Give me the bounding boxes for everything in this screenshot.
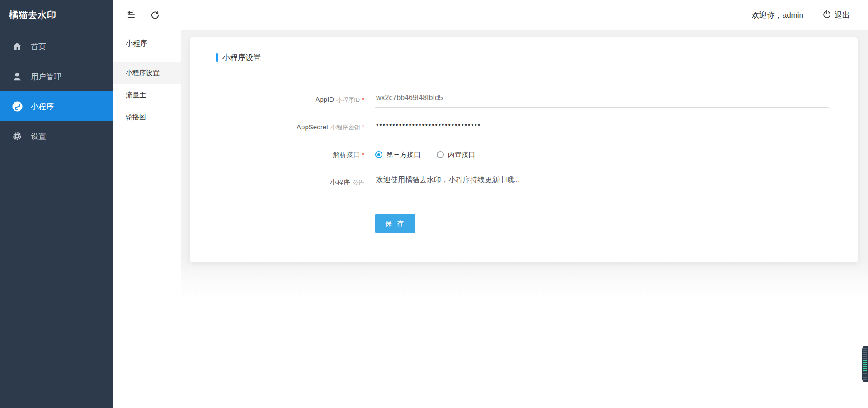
logout-button[interactable]: 退出 [822,9,850,21]
submenu: 小程序 小程序设置 流量主 轮播图 [113,30,181,408]
submenu-item-label: 流量主 [126,91,146,100]
sidebar-item-label: 用户管理 [31,71,61,82]
submenu-list: 小程序设置 流量主 轮播图 [113,57,181,128]
sidebar-nav: 首页 用户管理 小程序 设置 [0,30,113,151]
sidebar-item-label: 设置 [31,131,46,142]
title-accent-bar [216,53,218,62]
form-row-appid: AppID小程序ID* [216,90,833,109]
settings-card: 小程序设置 AppID小程序ID* [190,37,858,262]
appid-input[interactable] [375,92,829,108]
radio-selected-icon [375,151,382,158]
radio-builtin-api[interactable]: 内置接口 [437,151,475,159]
appsecret-label: AppSecret小程序密钥* [216,123,364,132]
sidebar-item-users[interactable]: 用户管理 [0,62,113,91]
collapse-sidebar-icon[interactable] [126,9,137,20]
sidebar-item-settings[interactable]: 设置 [0,121,113,151]
form-row-appsecret: AppSecret小程序密钥* [216,118,833,136]
power-icon [822,9,831,21]
radio-third-party-api[interactable]: 第三方接口 [375,151,420,159]
radio-label: 内置接口 [448,151,475,159]
submenu-header: 小程序 [113,30,181,57]
edge-handle-green-stripes [863,360,867,371]
app-window: 橘猫去水印 首页 用户管理 小程序 [0,0,868,408]
radio-unselected-icon [437,151,444,158]
form-row-parse-api: 解析接口* 第三方接口 [216,146,833,164]
home-icon [11,41,23,52]
save-button[interactable]: 保 存 [375,214,415,233]
form-row-notice: 小程序公告 [216,173,833,191]
topbar: 欢迎你，admin 退出 [113,0,868,30]
submenu-item-label: 小程序设置 [126,69,160,77]
notice-input[interactable] [375,175,829,190]
main-region: 欢迎你，admin 退出 小程序 小程序设置 流量主 [113,0,868,408]
required-asterisk: * [362,123,364,131]
logout-label: 退出 [835,10,850,20]
appsecret-input[interactable] [375,119,829,135]
appid-label: AppID小程序ID* [216,95,364,104]
content-row: 小程序 小程序设置 流量主 轮播图 [113,30,868,408]
user-icon [11,71,23,82]
required-asterisk: * [362,151,364,158]
topbar-right: 欢迎你，admin 退出 [752,9,850,21]
notice-label: 小程序公告 [216,178,364,187]
submenu-item-carousel[interactable]: 轮播图 [113,106,181,128]
sidebar: 橘猫去水印 首页 用户管理 小程序 [0,0,113,408]
miniprogram-icon [11,100,23,112]
welcome-text: 欢迎你，admin [752,10,803,20]
gear-icon [11,130,23,142]
sidebar-item-label: 小程序 [31,101,54,112]
required-asterisk: * [362,95,364,103]
edge-handle-widget[interactable] [862,346,868,382]
app-logo: 橘猫去水印 [0,0,113,30]
submenu-item-traffic[interactable]: 流量主 [113,84,181,106]
card-title-row: 小程序设置 [216,37,833,78]
parse-api-label: 解析接口* [216,151,364,159]
submenu-item-miniprogram-settings[interactable]: 小程序设置 [113,62,181,84]
submenu-item-label: 轮播图 [126,113,146,122]
sidebar-item-home[interactable]: 首页 [0,32,113,62]
miniprogram-settings-form: AppID小程序ID* AppSecret小程序密钥* [216,78,833,233]
main-content: 小程序设置 AppID小程序ID* [181,30,868,408]
refresh-icon[interactable] [149,9,160,20]
page-title: 小程序设置 [222,52,261,63]
radio-label: 第三方接口 [387,151,420,159]
sidebar-item-miniprogram[interactable]: 小程序 [0,91,113,121]
sidebar-item-label: 首页 [31,42,46,52]
parse-api-radio-group: 第三方接口 内置接口 [375,151,829,159]
